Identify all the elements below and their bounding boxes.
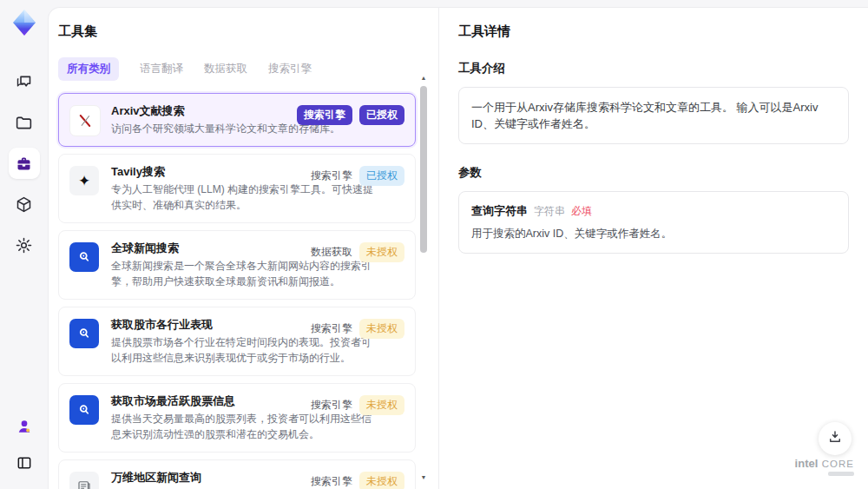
tab-2[interactable]: 数据获取 [204,57,247,81]
category-label: 搜索引擎 [311,398,352,413]
nav-settings[interactable] [9,229,40,261]
main-card: 工具集 所有类别语言翻译数据获取搜索引擎 Arxiv文献搜索 访问各个研究领域大… [48,7,868,489]
list-scrollbar[interactable]: ▲ ▼ [419,74,428,482]
tab-3[interactable]: 搜索引擎 [268,57,312,81]
tab-1[interactable]: 语言翻译 [140,57,183,81]
param-name: 查询字符串 [471,203,528,219]
tool-badges: 数据获取 未授权 [311,242,404,262]
tool-description: 全球新闻搜索是一个聚合全球各大新闻网站内容的搜索引擎，帮助用户快速获取全球最新资… [111,258,377,289]
user-avatar[interactable] [9,411,40,442]
arxiv-icon [69,105,101,136]
tool-row-2[interactable]: 全球新闻搜索 全球新闻搜索是一个聚合全球各大新闻网站内容的搜索引擎，帮助用户快速… [58,230,416,300]
folder-icon [15,114,33,132]
search-tool-icon [69,319,99,348]
search-tool-icon [69,242,99,272]
panel-toggle[interactable] [9,447,40,479]
cube-icon [15,195,33,214]
tool-badges: 搜索引擎 已授权 [297,105,404,125]
tab-0[interactable]: 所有类别 [58,57,119,81]
category-tabs: 所有类别语言翻译数据获取搜索引擎 [58,57,416,81]
tool-list-pane: 工具集 所有类别语言翻译数据获取搜索引擎 Arxiv文献搜索 访问各个研究领域大… [49,8,438,489]
param-item-0: 查询字符串 字符串 必填 用于搜索的Arxiv ID、关键字或作者姓名。 [458,191,849,254]
download-button[interactable] [819,422,852,455]
tool-description: 提供股票市场各个行业在特定时间段内的表现。投资者可以利用这些信息来识别表现优于或… [111,334,377,366]
search-tool-icon [69,395,99,425]
tavily-icon: ✦ [69,166,99,195]
status-badge: 已授权 [359,166,404,186]
tool-description: 提供当天交易量最高的股票列表，投资者可以利用这些信息来识别流动性强的股票和潜在的… [111,411,377,442]
intel-sub-mark [828,472,854,476]
scroll-up-icon[interactable]: ▲ [421,74,427,83]
nav-cube[interactable] [9,188,40,220]
status-badge: 未授权 [359,472,404,489]
params-section-title: 参数 [458,165,849,181]
nav-folder[interactable] [9,107,40,138]
core-brand-text: CORE [822,459,854,469]
detail-title: 工具详情 [458,23,849,40]
params-list: 查询字符串 字符串 必填 用于搜索的Arxiv ID、关键字或作者姓名。 [458,191,849,254]
tool-row-5[interactable]: 万维地区新闻查询 查询具体行政区划内的新闻，快速了解各地新闻动 搜索引擎 未授权 [58,459,416,489]
scrollbar-thumb[interactable] [420,86,427,253]
intel-brand-text: intel [795,457,819,470]
download-icon [827,429,843,448]
scroll-down-icon[interactable]: ▼ [421,473,427,482]
category-label: 搜索引擎 [311,169,352,183]
status-badge: 未授权 [359,319,404,339]
category-label: 数据获取 [311,245,352,260]
scrollbar-track[interactable] [420,83,427,473]
toolbox-icon [15,155,33,173]
category-label: 搜索引擎 [311,321,352,336]
status-badge: 已授权 [359,105,404,125]
intro-section-title: 工具介绍 [458,61,849,76]
tool-row-4[interactable]: 获取市场最活跃股票信息 提供当天交易量最高的股票列表，投资者可以利用这些信息来识… [58,383,416,453]
app-logo[interactable] [9,7,40,38]
avatar-icon [16,418,33,435]
newspaper-icon [69,472,99,489]
tool-row-1[interactable]: ✦ Tavily搜索 专为人工智能代理 (LLM) 构建的搜索引擎工具。可快速提… [58,154,416,223]
tool-badges: 搜索引擎 已授权 [311,166,404,186]
chat-icon [15,73,33,91]
tool-badges: 搜索引擎 未授权 [311,319,404,339]
param-head: 查询字符串 字符串 必填 [471,203,836,219]
left-rail [0,0,48,489]
panel-toggle-icon [16,454,33,472]
param-type: 字符串 [534,204,565,219]
page-title: 工具集 [58,23,416,40]
tool-description: 专为人工智能代理 (LLM) 构建的搜索引擎工具。可快速提供实时、准确和真实的结… [111,182,377,213]
tool-detail-pane: 工具详情 工具介绍 一个用于从Arxiv存储库搜索科学论文和文章的工具。 输入可… [438,8,868,489]
status-badge: 未授权 [359,242,404,262]
tool-row-0[interactable]: Arxiv文献搜索 访问各个研究领域大量科学论文和文章的存储库。 搜索引擎 已授… [58,93,416,147]
nav-toolbox[interactable] [9,148,40,179]
tool-row-3[interactable]: 获取股市各行业表现 提供股票市场各个行业在特定时间段内的表现。投资者可以利用这些… [58,307,416,376]
status-badge: 未授权 [359,395,404,415]
tool-intro-text: 一个用于从Arxiv存储库搜索科学论文和文章的工具。 输入可以是Arxiv ID… [458,87,849,144]
category-label: 搜索引擎 [311,474,352,489]
tool-badges: 搜索引擎 未授权 [311,472,404,489]
intel-core-logo: intel CORE [795,457,854,476]
nav-chat[interactable] [9,66,40,97]
tool-list: Arxiv文献搜索 访问各个研究领域大量科学论文和文章的存储库。 搜索引擎 已授… [58,93,416,489]
param-required-badge: 必填 [571,204,592,219]
gear-icon [15,236,33,254]
tool-badges: 搜索引擎 未授权 [311,395,404,415]
param-description: 用于搜索的Arxiv ID、关键字或作者姓名。 [471,227,836,241]
category-badge: 搜索引擎 [297,105,352,125]
